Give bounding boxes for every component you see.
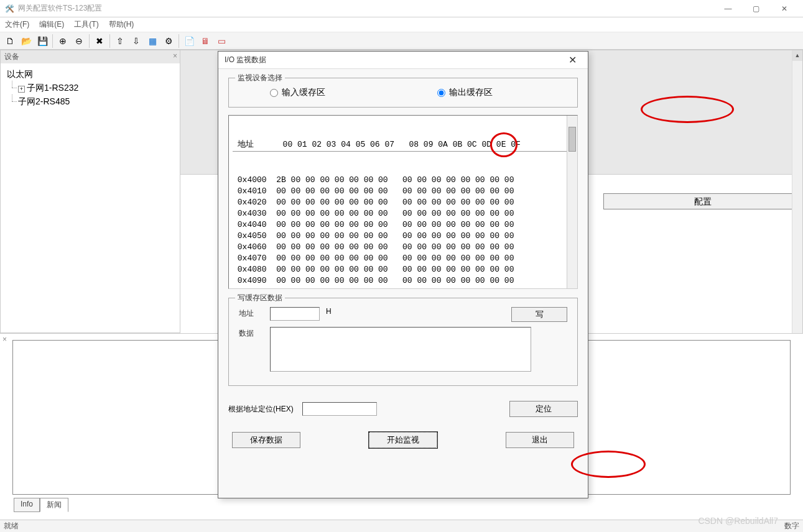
radio-label: 输入缓存区 [282, 87, 325, 98]
data-input[interactable] [270, 327, 531, 372]
device-tree[interactable]: 以太网 +子网1-RS232 子网2-RS485 [1, 63, 180, 112]
write-button[interactable]: 写 [511, 307, 567, 322]
window-title: 网关配置软件TS-123配置 [18, 3, 102, 14]
menu-file[interactable]: 文件(F) [5, 19, 29, 30]
tree-root-label: 以太网 [7, 69, 33, 79]
radio-output-buffer[interactable]: 输出缓存区 [437, 87, 493, 98]
dialog-title: I/O 监视数据 [225, 55, 266, 65]
data-label: 数据 [239, 327, 264, 339]
close-dock-icon[interactable]: × [2, 335, 7, 344]
radio-input-buffer[interactable]: 输入缓存区 [270, 87, 325, 98]
tree-child[interactable]: +子网1-RS232 [7, 81, 174, 94]
menu-edit[interactable]: 编辑(E) [39, 19, 64, 30]
save-icon[interactable]: 💾 [35, 34, 50, 48]
scroll-thumb[interactable] [569, 127, 576, 152]
device-pane-title: 设备 × [1, 50, 180, 63]
app-icon: 🛠️ [5, 4, 14, 13]
close-pane-icon[interactable]: × [173, 52, 177, 60]
group-legend: 写缓存区数据 [235, 293, 285, 303]
hex-scrollbar[interactable] [567, 116, 577, 288]
menu-tools[interactable]: 工具(T) [74, 19, 98, 30]
dialog-close-icon[interactable]: ✕ [563, 54, 582, 66]
monitor-select-group: 监视设备选择 输入缓存区 输出缓存区 [228, 78, 578, 108]
window-titlebar: 🛠️ 网关配置软件TS-123配置 — ▢ ✕ [0, 0, 803, 17]
exit-button[interactable]: 退出 [506, 432, 574, 448]
toolbar-separator [89, 34, 90, 48]
tree-child[interactable]: 子网2-RS485 [7, 94, 174, 108]
close-button[interactable]: ✕ [770, 0, 798, 17]
open-icon[interactable]: 📂 [19, 34, 34, 48]
locate-row: 根据地址定位(HEX) 定位 [228, 401, 578, 417]
addr-suffix: H [326, 307, 332, 316]
device-pane-label: 设备 [4, 52, 19, 61]
remove-node-icon[interactable]: ⊖ [72, 34, 86, 48]
download-icon[interactable]: ⇩ [129, 34, 144, 48]
expand-icon[interactable]: + [18, 86, 25, 93]
radio-output[interactable] [437, 89, 445, 97]
tree-child-label: 子网1-RS232 [27, 83, 78, 93]
doc-icon[interactable]: 📄 [182, 34, 197, 48]
gear-icon[interactable]: ⚙ [161, 34, 176, 48]
tree-root[interactable]: 以太网 [7, 67, 174, 81]
hex-header: 地址 00 01 02 03 04 05 06 07 08 09 0A 0B 0… [233, 139, 573, 152]
status-right: 数字 [784, 521, 799, 531]
dialog-body: 监视设备选择 输入缓存区 输出缓存区 地址 00 01 02 03 04 05 … [218, 69, 588, 457]
write-buffer-group: 写缓存区数据 地址 H 写 数据 [228, 298, 578, 386]
add-node-icon[interactable]: ⊕ [55, 34, 70, 48]
toolbar: 🗋 📂 💾 ⊕ ⊖ ✖ ⇧ ⇩ ▦ ⚙ 📄 🖥 ▭ [0, 32, 803, 50]
io-monitor-dialog: I/O 监视数据 ✕ 监视设备选择 输入缓存区 输出缓存区 地址 00 01 0… [218, 51, 588, 498]
hex-viewer[interactable]: 地址 00 01 02 03 04 05 06 07 08 09 0A 0B 0… [228, 115, 578, 289]
status-left: 就绪 [4, 521, 19, 531]
addr-label: 地址 [239, 307, 264, 319]
tab-news[interactable]: 新闻 [40, 498, 68, 512]
hex-rows: 0x4000 2B 00 00 00 00 00 00 00 00 00 00 … [233, 175, 573, 288]
tree-child-label: 子网2-RS485 [18, 96, 70, 106]
upload-icon[interactable]: ⇧ [113, 34, 128, 48]
delete-icon[interactable]: ✖ [92, 34, 107, 48]
new-icon[interactable]: 🗋 [2, 34, 17, 48]
device-pane: 设备 × 以太网 +子网1-RS232 子网2-RS485 [0, 50, 180, 333]
locate-label: 根据地址定位(HEX) [228, 404, 294, 415]
radio-label: 输出缓存区 [449, 87, 493, 98]
tag-icon[interactable]: ▭ [214, 34, 229, 48]
statusbar: 就绪 数字 [0, 520, 803, 532]
start-monitor-button[interactable]: 开始监视 [369, 432, 437, 448]
tab-info[interactable]: Info [14, 498, 40, 512]
toolbar-separator [52, 34, 53, 48]
watermark: CSDN @RebuildAll7 [698, 516, 778, 526]
locate-button[interactable]: 定位 [509, 401, 578, 417]
toolbar-separator [179, 34, 179, 48]
menu-help[interactable]: 帮助(H) [109, 19, 134, 30]
maximize-button[interactable]: ▢ [742, 0, 770, 17]
minimize-button[interactable]: — [714, 0, 742, 17]
menubar: 文件(F) 编辑(E) 工具(T) 帮助(H) [0, 17, 803, 32]
dialog-titlebar: I/O 监视数据 ✕ [218, 52, 588, 69]
locate-input[interactable] [302, 402, 377, 416]
bottom-tabs: Info 新闻 [14, 498, 68, 512]
save-data-button[interactable]: 保存数据 [232, 432, 300, 448]
toolbar-separator [109, 34, 110, 48]
monitor-icon[interactable]: 🖥 [198, 34, 213, 48]
sheet-icon[interactable]: ▦ [145, 34, 160, 48]
radio-input[interactable] [270, 89, 278, 97]
group-legend: 监视设备选择 [235, 73, 285, 83]
addr-input[interactable] [270, 307, 320, 321]
config-button[interactable]: 配置 [603, 193, 802, 209]
scroll-up-icon[interactable]: ▲ [792, 50, 802, 61]
dialog-buttons: 保存数据 开始监视 退出 [228, 432, 578, 448]
